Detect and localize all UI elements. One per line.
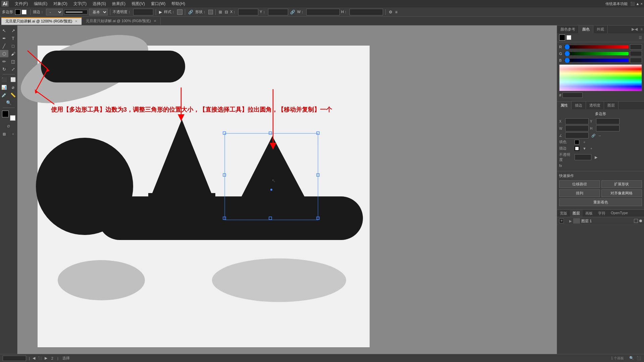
b-slider[interactable] (565, 59, 629, 62)
x-input[interactable]: 933.378 (238, 9, 258, 15)
width-tool[interactable]: ⬜ (9, 76, 17, 83)
char-tab[interactable]: 字符 (595, 210, 608, 217)
hex-input[interactable] (562, 93, 583, 98)
color-spectrum[interactable] (559, 64, 642, 91)
normal-mode[interactable]: ▨ (0, 130, 8, 137)
shape-box[interactable] (208, 10, 213, 14)
draw-mode[interactable]: ○ (9, 130, 17, 137)
fill-color-box[interactable] (15, 9, 20, 15)
rect-tool[interactable]: □ (9, 42, 17, 50)
transparency-tab[interactable]: 透明度 (586, 102, 604, 109)
menu-window[interactable]: 窗口(W) (148, 0, 168, 7)
w-input[interactable]: 26.121 p (306, 9, 340, 15)
color-selector[interactable] (2, 111, 15, 121)
tab-0-close[interactable]: ✕ (75, 19, 77, 23)
qa-btn-arrange[interactable]: 排列 (559, 189, 600, 197)
layer-visibility-icon[interactable]: 👁 (559, 219, 564, 223)
color-fill-swatch[interactable] (559, 35, 565, 41)
fill-swatch[interactable] (575, 140, 579, 144)
nav-next[interactable]: ▶ (45, 356, 47, 360)
rotate-tool[interactable]: ↻ (0, 65, 8, 73)
w-attr-input[interactable]: 26.121 p (565, 125, 589, 131)
selection-tool[interactable]: ↖ (0, 27, 8, 34)
fill-none[interactable]: ∅ (4, 122, 13, 130)
opacity-input[interactable]: 100% (133, 9, 153, 15)
y-input[interactable]: 1210.382 (268, 9, 288, 15)
style-box[interactable] (177, 9, 182, 15)
layer-expand-icon[interactable]: ▶ (569, 219, 572, 223)
color-panel-options[interactable]: ☰ (639, 36, 642, 40)
menu-text[interactable]: 文字(T) (71, 0, 89, 7)
layers-tab[interactable]: 图层 (570, 210, 583, 217)
stroke-color-box[interactable] (22, 10, 26, 14)
stroke-box[interactable] (10, 115, 15, 121)
tab-1[interactable]: 元旦星只始讲解.ai @ 100% (RGB/预览) ✕ (82, 17, 160, 25)
layer-item-0[interactable]: 👁 ▶ 图层 1 (557, 217, 644, 225)
stroke-add-icon[interactable]: ＋ (590, 146, 593, 151)
line-tool[interactable]: ╱ (0, 42, 8, 50)
measure-tool[interactable]: 📏 (9, 91, 17, 99)
type-tool[interactable]: T (9, 35, 17, 42)
menu-view[interactable]: 视图(V) (129, 0, 148, 7)
pen-tool[interactable]: ✒ (0, 35, 8, 42)
zoom-input[interactable]: 1200% (3, 356, 26, 361)
y-attr-input[interactable]: 1210.382 (596, 118, 620, 124)
b-value[interactable] (630, 58, 642, 63)
fill-add-icon[interactable]: ＋ (583, 140, 586, 144)
fill-box[interactable] (2, 111, 9, 117)
appearance-tab[interactable]: 外观 (593, 25, 608, 33)
extra-icon[interactable]: ≡ (394, 9, 398, 15)
layers-ref-tab[interactable]: 图层 (604, 102, 619, 109)
menu-file[interactable]: 文件(F) (12, 0, 31, 7)
h-attr-input[interactable]: 23.322 p (596, 125, 620, 131)
tab-1-close[interactable]: ✕ (154, 19, 156, 23)
qa-btn-expand[interactable]: 扩展形状 (601, 180, 642, 188)
h-input[interactable]: 23.322 p (350, 9, 383, 15)
tab-0[interactable]: 元旦星只始讲解.ai @ 1200% (RGB/预览) ✕ (1, 17, 82, 25)
r-value[interactable] (630, 44, 642, 50)
graph-tool[interactable]: 📊 (0, 83, 8, 91)
zoom-in-icon[interactable]: 🔍 (629, 356, 634, 360)
direct-selection-tool[interactable]: ↗ (9, 27, 17, 34)
stroke-weight-select[interactable]: - (46, 9, 63, 15)
menu-object[interactable]: 对象(O) (51, 0, 70, 7)
stroke-tab[interactable]: 描边 (572, 102, 586, 109)
opacity-attr-input[interactable]: 100% (575, 154, 591, 160)
menu-select[interactable]: 选择(S) (90, 0, 109, 7)
scale-tool[interactable]: ⤢ (9, 65, 17, 73)
opentype-tab[interactable]: OpenType (608, 210, 631, 217)
opacity-arrow[interactable]: ▶ (595, 155, 597, 160)
layer-target-icon[interactable] (634, 219, 638, 223)
x-attr-input[interactable]: 902.494 (565, 118, 589, 124)
r-slider[interactable] (565, 45, 629, 49)
color-stroke-swatch[interactable] (567, 35, 571, 40)
color-ref-tab[interactable]: 颜色参考 (557, 25, 579, 33)
brush-tool[interactable]: 🖌 (9, 50, 17, 57)
warp-tool[interactable]: ⬛ (0, 76, 8, 83)
rotation-input[interactable]: 0° (565, 132, 589, 138)
artboard-nav[interactable]: ⬛ (637, 356, 641, 360)
layers-wide-tab[interactable]: 宽版 (557, 210, 570, 217)
g-value[interactable] (630, 51, 642, 56)
polygon-tool[interactable]: ⬡ (0, 50, 8, 57)
color-tab[interactable]: 颜色 (579, 25, 593, 33)
stroke-style-select[interactable]: 基本 (89, 9, 108, 15)
eraser-tool[interactable]: ◫ (9, 58, 17, 65)
menu-edit[interactable]: 编辑(E) (31, 0, 50, 7)
canvas-area[interactable]: 使用【多边形工具】边数为3，调整三角形的位置大小，【直接选择工具】拉出圆角，【移… (17, 25, 557, 354)
menu-help[interactable]: 帮助(H) (169, 0, 188, 7)
g-slider[interactable] (565, 52, 629, 55)
properties-tab[interactable]: 属性 (557, 102, 572, 109)
qa-btn-recolor[interactable]: 重新着色 (559, 198, 642, 206)
zoom-tool[interactable]: 🔍 (4, 99, 13, 106)
panel-expand-icon[interactable]: ▶◀ (630, 25, 639, 33)
qa-btn-offset[interactable]: 位移路径 (559, 180, 600, 188)
panel-menu-icon[interactable]: ≡ (639, 25, 644, 33)
more-tools-icon[interactable]: ⚙ (388, 9, 393, 15)
qa-btn-align-pixel[interactable]: 对齐像素网格 (601, 189, 642, 197)
pencil-tool[interactable]: ✏ (0, 58, 8, 65)
menu-effect[interactable]: 效果(E) (109, 0, 128, 7)
blend-tool[interactable]: ⌀ (9, 83, 17, 91)
nav-prev[interactable]: ◀ (33, 356, 35, 360)
eyedropper-tool[interactable]: 💉 (0, 91, 8, 99)
